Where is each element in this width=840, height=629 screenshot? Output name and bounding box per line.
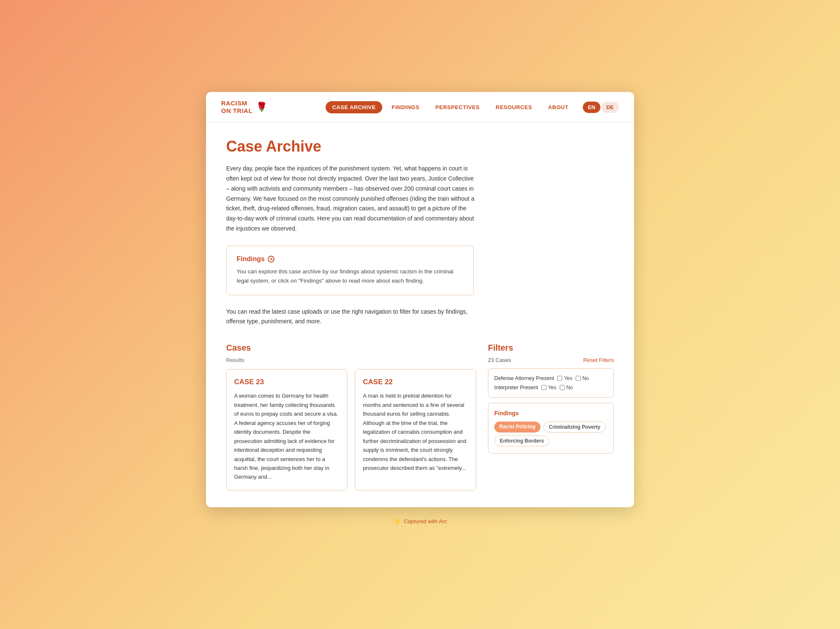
main-content: Case Archive Every day, people face the … [206,123,634,507]
footer-text: Captured with Arc [404,518,447,524]
case-23-description: A woman comes to Germany for health trea… [234,391,339,481]
browser-window: RACISM ON TRIAL 🌹 CASE ARCHIVE FINDINGS … [206,92,634,507]
case-22-number: CASE 22 [363,378,468,386]
attorney-no-group: No [576,375,589,381]
case-card-23[interactable]: CASE 23 A woman comes to Germany for hea… [226,369,347,490]
findings-filter-box: Findings Racist Policing Criminalizing P… [488,403,614,453]
lang-switcher: EN DE [583,102,619,113]
nav-about[interactable]: ABOUT [541,101,575,113]
interpreter-no-label: No [566,385,573,391]
nav-links: CASE ARCHIVE FINDINGS PERSPECTIVES RESOU… [326,101,575,113]
filter-note: You can read the latest case uploads or … [226,307,470,326]
cases-heading: Cases [226,343,476,353]
logo-text-line2: ON TRIAL [221,107,253,115]
filters-count: 23 Cases [488,357,511,363]
cases-filters-row: Cases Results CASE 23 A woman comes to G… [226,343,614,490]
attorney-no-label: No [582,375,589,381]
findings-box-body: You can explore this case archive by our… [237,267,463,286]
findings-info-box: Findings ➜ You can explore this case arc… [226,246,474,296]
findings-box-title-text: Findings [237,255,265,263]
findings-box-heading: Findings ➜ [237,255,463,263]
logo[interactable]: RACISM ON TRIAL 🌹 [221,100,267,115]
interpreter-yes-group: Yes [541,385,556,391]
presence-filter-box: Defense Attorney Present Yes No Interpre… [488,368,614,398]
findings-tags: Racist Policing Criminalizing Poverty En… [494,422,608,446]
cases-grid: CASE 23 A woman comes to Germany for hea… [226,369,476,490]
tag-criminalizing-poverty[interactable]: Criminalizing Poverty [543,422,606,432]
findings-arrow-icon: ➜ [268,256,274,262]
cases-column: Cases Results CASE 23 A woman comes to G… [226,343,476,490]
attorney-filter-row: Defense Attorney Present Yes No [494,375,608,381]
footer: ⚡ Captured with Arc [393,507,447,529]
attorney-yes-group: Yes [557,375,572,381]
reset-filters-link[interactable]: Reset Filters [583,357,614,363]
tag-racist-policing[interactable]: Racist Policing [494,422,540,432]
interpreter-no-checkbox[interactable] [560,385,565,390]
findings-filter-heading: Findings [494,410,608,417]
nav-perspectives[interactable]: PERSPECTIVES [429,101,487,113]
page-description: Every day, people face the injustices of… [226,164,478,234]
nav-case-archive[interactable]: CASE ARCHIVE [326,101,383,113]
filters-column: Filters 23 Cases Reset Filters Defense A… [488,343,614,459]
results-label: Results [226,357,476,363]
navigation: RACISM ON TRIAL 🌹 CASE ARCHIVE FINDINGS … [206,92,634,123]
filters-heading: Filters [488,343,513,353]
interpreter-no-group: No [560,385,573,391]
interpreter-filter-row: Interpreter Present Yes No [494,385,608,391]
tag-enforcing-borders[interactable]: Enforcing Borders [494,435,549,446]
case-23-number: CASE 23 [234,378,339,386]
page-title: Case Archive [226,138,614,155]
filters-header: Filters [488,343,614,353]
filters-count-row: 23 Cases Reset Filters [488,357,614,363]
attorney-no-checkbox[interactable] [576,376,581,381]
interpreter-label: Interpreter Present [494,385,538,391]
lang-en-button[interactable]: EN [583,102,600,113]
case-22-description: A man is held in pretrial detention for … [363,391,468,472]
attorney-yes-checkbox[interactable] [557,376,562,381]
interpreter-yes-label: Yes [548,385,556,391]
attorney-label: Defense Attorney Present [494,375,554,381]
lang-de-button[interactable]: DE [601,102,619,113]
logo-text-line1: RACISM [221,100,253,107]
case-card-22[interactable]: CASE 22 A man is held in pretrial detent… [355,369,476,490]
logo-rose-icon: 🌹 [256,102,267,113]
attorney-yes-label: Yes [564,375,572,381]
nav-resources[interactable]: RESOURCES [489,101,539,113]
nav-findings[interactable]: FINDINGS [385,101,426,113]
arc-icon: ⚡ [393,517,402,525]
interpreter-yes-checkbox[interactable] [541,385,546,390]
